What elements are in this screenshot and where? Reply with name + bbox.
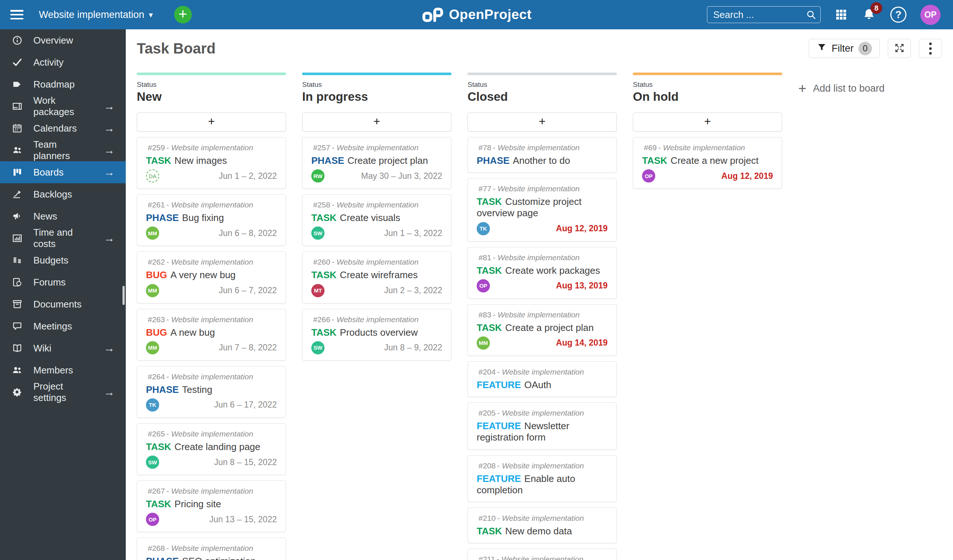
help-button[interactable]: ? [890, 6, 906, 23]
notifications-button[interactable]: 8 [862, 7, 876, 22]
card-header: #260-Website implementation [311, 258, 442, 266]
work-package-card[interactable]: #262-Website implementation BUGA very ne… [137, 251, 286, 303]
card-dates: Jun 6 – 8, 2022 [219, 228, 277, 238]
card-title: TASKCreate work packages [476, 265, 608, 276]
add-card-button[interactable]: + [302, 113, 452, 131]
assignee-avatar[interactable]: MM [146, 341, 159, 354]
work-package-id: #77 [478, 184, 491, 193]
add-card-button[interactable]: + [633, 113, 782, 131]
hamburger-menu-button[interactable] [10, 10, 23, 19]
work-package-card[interactable]: #211-Website implementation FEATUREThumb… [467, 549, 617, 560]
card-project-name: Website implementation [663, 143, 745, 152]
fullscreen-button[interactable] [888, 39, 911, 58]
work-package-card[interactable]: #268-Website implementation PHASESEO opt… [137, 538, 286, 560]
work-package-id: #265 [148, 430, 165, 438]
work-package-card[interactable]: #257-Website implementation PHASECreate … [302, 137, 452, 189]
card-title: TASKProducts overview [311, 327, 442, 338]
sidebar-item-members[interactable]: Members → [0, 359, 126, 381]
sidebar-item-boards[interactable]: Boards → [0, 161, 126, 183]
sidebar-item-roadmap[interactable]: Roadmap → [0, 73, 126, 95]
notification-badge: 8 [871, 2, 882, 14]
assignee-avatar[interactable]: MM [146, 284, 159, 297]
work-package-card[interactable]: #261-Website implementation PHASEBug fix… [137, 194, 286, 246]
add-card-button[interactable]: + [467, 113, 617, 131]
sidebar-item-budgets[interactable]: Budgets → [0, 249, 126, 271]
sidebar-item-documents[interactable]: Documents → [0, 293, 126, 315]
content-area: Task Board Filter 0 [126, 29, 953, 560]
sidebar-item-meetings[interactable]: Meetings → [0, 315, 126, 337]
card-title: TASKCreate a project plan [476, 322, 608, 334]
work-package-card[interactable]: #264-Website implementation PHASETesting… [137, 366, 286, 418]
work-package-card[interactable]: #77-Website implementation TASKCustomize… [467, 178, 617, 241]
sidebar-item-label: News [33, 211, 57, 222]
add-list-label: Add list to board [813, 83, 885, 94]
assignee-avatar[interactable]: TK [476, 222, 490, 235]
global-add-button[interactable]: + [174, 6, 192, 23]
assignee-avatar[interactable]: MM [476, 336, 490, 350]
card-header: #268-Website implementation [146, 544, 277, 553]
board-column-in-progress: Status In progress + #257-Website implem… [302, 73, 452, 360]
add-card-button[interactable]: + [137, 113, 286, 131]
card-dates: May 30 – Jun 3, 2022 [361, 171, 442, 181]
plus-icon: + [798, 81, 806, 95]
card-header: #205-Website implementation [476, 408, 608, 418]
work-package-card[interactable]: #258-Website implementation TASKCreate v… [302, 194, 452, 246]
assignee-avatar[interactable]: DA [146, 169, 159, 183]
assignee-avatar[interactable]: OP [642, 169, 655, 183]
card-title: TASKNew images [146, 155, 277, 166]
project-select[interactable]: Website implementation ▾ [39, 9, 153, 20]
work-package-card[interactable]: #83-Website implementation TASKCreate a … [467, 304, 617, 356]
work-package-card[interactable]: #266-Website implementation TASKProducts… [302, 309, 452, 360]
sidebar-item-project-settings[interactable]: Project settings → [0, 381, 126, 403]
card-header: #204-Website implementation [476, 368, 608, 376]
assignee-avatar[interactable]: SW [311, 226, 324, 240]
apps-grid-button[interactable] [835, 8, 848, 21]
work-package-card[interactable]: #210-Website implementation TASKNew demo… [467, 507, 617, 543]
work-package-card[interactable]: #263-Website implementation BUGA new bug… [137, 309, 286, 360]
search-icon[interactable] [806, 9, 816, 20]
work-package-id: #259 [148, 143, 165, 152]
work-package-card[interactable]: #78-Website implementation PHASEAnother … [467, 137, 617, 173]
work-package-card[interactable]: #81-Website implementation TASKCreate wo… [467, 247, 617, 299]
assignee-avatar[interactable]: OP [476, 279, 490, 292]
sidebar-item-news[interactable]: News → [0, 205, 126, 227]
assignee-avatar[interactable]: MM [146, 226, 159, 240]
more-options-button[interactable] [919, 39, 942, 58]
sidebar-item-activity[interactable]: Activity → [0, 51, 126, 73]
work-package-card[interactable]: #204-Website implementation FEATUREOAuth [467, 361, 617, 397]
sidebar-scrollbar[interactable] [123, 286, 125, 305]
work-package-card[interactable]: #267-Website implementation TASKPricing … [137, 481, 286, 532]
work-package-card[interactable]: #205-Website implementation FEATURENewsl… [467, 402, 617, 449]
assignee-avatar[interactable]: TK [146, 398, 159, 411]
sidebar-item-time-and-costs[interactable]: Time and costs → [0, 227, 126, 249]
work-package-card[interactable]: #259-Website implementation TASKNew imag… [137, 137, 286, 189]
work-package-card[interactable]: #208-Website implementation FEATUREEnabl… [467, 455, 617, 502]
assignee-avatar[interactable]: SW [146, 456, 159, 469]
sidebar-item-overview[interactable]: Overview → [0, 29, 126, 51]
sidebar-item-wiki[interactable]: Wiki → [0, 337, 126, 359]
add-list-button[interactable]: + Add list to board [798, 81, 885, 95]
assignee-avatar[interactable]: RW [311, 169, 324, 183]
card-title: FEATUREEnable auto completion [476, 473, 608, 496]
assignee-avatar[interactable]: MT [311, 284, 324, 297]
assignee-avatar[interactable]: SW [311, 341, 324, 354]
card-header: #211-Website implementation [476, 555, 608, 560]
work-package-title: A very new bug [171, 269, 236, 280]
sidebar-item-backlogs[interactable]: Backlogs → [0, 183, 126, 205]
card-header: #265-Website implementation [146, 430, 277, 438]
work-package-id: #261 [148, 201, 165, 209]
sidebar-item-work-packages[interactable]: Work packages → [0, 95, 126, 117]
sidebar-item-calendars[interactable]: Calendars → [0, 117, 126, 139]
work-package-card[interactable]: #69-Website implementation TASKCreate a … [633, 137, 782, 189]
sidebar-item-team-planners[interactable]: Team planners → [0, 139, 126, 161]
sidebar-item-label: Work packages [33, 95, 94, 118]
sidebar-item-forums[interactable]: Forums → [0, 271, 126, 293]
card-dates: Jun 8 – 9, 2022 [384, 343, 442, 353]
sidebar-item-label: Boards [33, 167, 64, 178]
search-input[interactable] [707, 6, 820, 23]
assignee-avatar[interactable]: OP [146, 513, 159, 526]
filter-button[interactable]: Filter 0 [809, 39, 880, 58]
user-avatar-button[interactable]: OP [920, 5, 941, 25]
work-package-card[interactable]: #265-Website implementation TASKCreate l… [137, 423, 286, 475]
work-package-card[interactable]: #260-Website implementation TASKCreate w… [302, 251, 452, 303]
